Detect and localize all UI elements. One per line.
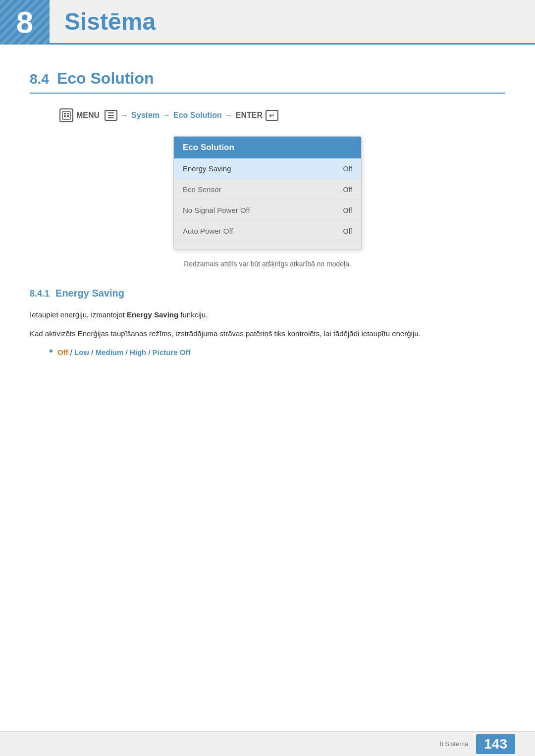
sep2: /	[89, 348, 96, 356]
menu-caption: Redzamais attēls var būt atšķirīgs atkar…	[30, 260, 505, 268]
menu-box: Eco Solution Energy Saving Off Eco Senso…	[173, 136, 362, 250]
nav-arrow-3: →	[225, 111, 233, 120]
sub-section-energy-saving: 8.4.1 Energy Saving Ietaupiet enerģiju, …	[30, 288, 505, 358]
menu-item-no-signal-label: No Signal Power Off	[183, 206, 250, 214]
sub-section-title: Energy Saving	[55, 288, 124, 299]
menu-item-auto-power-off[interactable]: Auto Power Off Off	[174, 221, 361, 242]
nav-path: MENU → System → Eco Solution → ENTER ↵	[59, 108, 505, 122]
svg-rect-3	[64, 115, 66, 117]
menu-box-footer	[174, 242, 361, 250]
chapter-number: 8	[16, 7, 33, 38]
svg-rect-4	[67, 115, 69, 117]
svg-rect-2	[67, 113, 69, 114]
chapter-title: Sistēma	[64, 8, 156, 35]
menu-item-energy-saving[interactable]: Energy Saving Off	[174, 158, 361, 179]
menu-box-title: Eco Solution	[174, 137, 361, 158]
sep3: /	[123, 348, 130, 356]
menu-remote-icon	[59, 108, 73, 122]
nav-arrow-2: →	[162, 111, 170, 120]
nav-enter-icon: ↵	[266, 110, 278, 121]
menu-screenshot-wrapper: Eco Solution Energy Saving Off Eco Senso…	[30, 136, 505, 250]
option-off: Off	[57, 348, 68, 356]
sep1: /	[68, 348, 75, 356]
header-number-block: 8	[0, 0, 50, 45]
menu-item-eco-sensor-label: Eco Sensor	[183, 185, 221, 194]
menu-item-eco-sensor[interactable]: Eco Sensor Off	[174, 179, 361, 200]
menu-item-no-signal-value: Off	[343, 206, 352, 214]
menu-item-auto-power-label: Auto Power Off	[183, 227, 233, 235]
option-high: High	[130, 348, 146, 356]
option-picture-off: Picture Off	[153, 348, 191, 356]
header-title-block: Sistēma	[50, 0, 535, 45]
options-list: Off / Low / Medium / High / Picture Off	[30, 347, 505, 358]
section-title: Eco Solution	[57, 69, 154, 88]
option-medium: Medium	[96, 348, 124, 356]
section-heading: 8.4 Eco Solution	[30, 69, 505, 94]
nav-menu-lines	[108, 112, 114, 118]
menu-item-eco-sensor-value: Off	[343, 186, 352, 194]
para1-after: funkciju.	[178, 310, 208, 319]
nav-menu-label: MENU	[76, 111, 100, 120]
footer-page-number: 143	[476, 734, 515, 754]
section-number: 8.4	[30, 71, 49, 87]
page-header: 8 Sistēma	[0, 0, 535, 45]
nav-menu-icon	[105, 110, 117, 121]
menu-item-energy-saving-value: Off	[343, 165, 352, 173]
para1-bold: Energy Saving	[127, 310, 178, 319]
menu-line-1	[108, 112, 114, 113]
body-paragraph-2: Kad aktivizēts Enerģijas taupīšanas režī…	[30, 328, 505, 340]
svg-rect-1	[64, 113, 66, 114]
page-footer: 8 Sistēma 143	[0, 731, 535, 756]
nav-eco-solution: Eco Solution	[173, 111, 222, 120]
nav-system: System	[131, 111, 160, 120]
menu-item-auto-power-value: Off	[343, 227, 352, 235]
option-low: Low	[74, 348, 89, 356]
bullet-text: Off / Low / Medium / High / Picture Off	[57, 347, 190, 358]
menu-item-no-signal-power-off[interactable]: No Signal Power Off Off	[174, 200, 361, 221]
main-content: 8.4 Eco Solution MENU → System → Eco Sol…	[0, 45, 535, 403]
menu-item-energy-saving-label: Energy Saving	[183, 164, 231, 173]
sub-section-heading: 8.4.1 Energy Saving	[30, 288, 505, 299]
bullet-dot	[50, 350, 53, 353]
footer-chapter-label: 8 Sistēma	[439, 740, 468, 748]
para1-before: Ietaupiet enerģiju, izmantojot	[30, 310, 127, 319]
sub-section-number: 8.4.1	[30, 289, 50, 299]
nav-arrow-1: →	[120, 111, 128, 120]
menu-line-3	[108, 117, 114, 118]
list-item-options: Off / Low / Medium / High / Picture Off	[50, 347, 505, 358]
svg-rect-0	[62, 111, 70, 119]
body-paragraph-1: Ietaupiet enerģiju, izmantojot Energy Sa…	[30, 309, 505, 321]
menu-line-2	[108, 115, 114, 116]
sep4: /	[146, 348, 153, 356]
nav-enter-label: ENTER	[236, 111, 263, 120]
